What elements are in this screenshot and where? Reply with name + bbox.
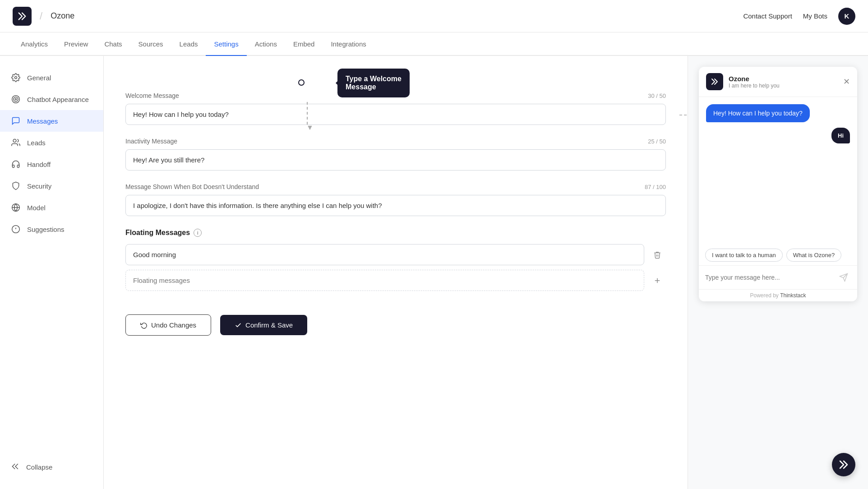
security-icon <box>11 181 21 191</box>
sidebar-item-chatbot-appearance[interactable]: Chatbot Appearance <box>0 88 103 110</box>
logo-icon[interactable] <box>13 7 32 26</box>
inactivity-message-section: Inactivity Message 25 / 50 <box>125 138 666 171</box>
tooltip-text: Type a WelcomeMessage <box>346 75 402 91</box>
tab-sources[interactable]: Sources <box>130 32 171 56</box>
sidebar-item-general[interactable]: General <box>0 67 103 88</box>
floating-message-input-new[interactable] <box>125 270 644 291</box>
svg-point-1 <box>12 96 20 103</box>
sidebar-item-model[interactable]: Model <box>0 197 103 218</box>
chat-fab-button[interactable] <box>832 453 855 476</box>
sidebar-item-handoff[interactable]: Handoff <box>0 153 103 175</box>
svg-point-4 <box>13 139 16 143</box>
chat-user-message: Hi <box>831 128 850 143</box>
tab-chats[interactable]: Chats <box>96 32 130 56</box>
dashed-connector-line: ▶ <box>679 115 688 115</box>
suggestion-chip-2[interactable]: What is Ozone? <box>786 249 842 262</box>
chat-send-button[interactable] <box>836 270 851 285</box>
sidebar-handoff-label: Handoff <box>27 161 51 168</box>
header: / Ozone Contact Support My Bots K <box>0 0 868 32</box>
chat-suggestions-area: I want to talk to a human What is Ozone? <box>699 245 857 265</box>
tab-integrations[interactable]: Integrations <box>323 32 374 56</box>
sidebar-security-label: Security <box>27 182 51 190</box>
floating-messages-section: Floating Messages i <box>125 229 666 291</box>
leads-icon <box>11 138 21 148</box>
sidebar-bottom: Collapse <box>0 456 103 478</box>
sidebar-item-leads[interactable]: Leads <box>0 132 103 153</box>
chat-bot-subtitle: I am here to help you <box>729 83 780 89</box>
welcome-input-wrapper: ▶ <box>125 104 666 125</box>
tab-embed[interactable]: Embed <box>285 32 323 56</box>
chat-powered-by: Powered by Thinkstack <box>699 289 857 301</box>
header-right: Contact Support My Bots K <box>743 8 855 25</box>
sidebar-leads-label: Leads <box>27 139 46 147</box>
chat-bot-avatar <box>706 73 723 90</box>
user-avatar[interactable]: K <box>838 8 855 25</box>
gear-icon <box>11 73 21 83</box>
welcome-message-input[interactable] <box>125 104 666 125</box>
confirm-save-button[interactable]: Confirm & Save <box>220 315 307 335</box>
inactivity-message-label: Inactivity Message <box>125 138 177 145</box>
contact-support-link[interactable]: Contact Support <box>743 12 792 20</box>
undo-changes-label: Undo Changes <box>151 321 196 329</box>
sidebar-collapse-btn[interactable]: Collapse <box>0 456 103 478</box>
suggestions-icon <box>11 224 21 234</box>
chat-message-input[interactable] <box>705 274 833 281</box>
bot-no-understand-label: Message Shown When Bot Doesn't Understan… <box>125 183 259 190</box>
floating-messages-title: Floating Messages i <box>125 229 666 237</box>
tab-actions[interactable]: Actions <box>247 32 285 56</box>
action-bar: Undo Changes Confirm & Save <box>125 304 666 339</box>
sidebar-item-messages[interactable]: Messages <box>0 110 103 132</box>
app-name: Ozone <box>51 11 74 21</box>
inactivity-message-count: 25 / 50 <box>648 138 666 145</box>
breadcrumb-slash: / <box>40 10 42 22</box>
bot-no-understand-input[interactable] <box>125 195 666 216</box>
floating-message-add-btn[interactable] <box>649 272 666 289</box>
sidebar-general-label: General <box>27 74 51 82</box>
sidebar-suggestions-label: Suggestions <box>27 226 65 233</box>
floating-messages-info-icon[interactable]: i <box>194 229 202 237</box>
sidebar-item-suggestions[interactable]: Suggestions <box>0 218 103 240</box>
floating-message-input-1[interactable] <box>125 244 644 265</box>
chat-header-info: Ozone I am here to help you <box>706 73 780 90</box>
svg-point-3 <box>15 98 16 100</box>
chat-bot-message: Hey! How can I help you today? <box>706 104 810 122</box>
tab-leads[interactable]: Leads <box>171 32 206 56</box>
confirm-save-label: Confirm & Save <box>245 321 293 329</box>
chat-messages-area: Hey! How can I help you today? Hi <box>699 97 857 245</box>
chat-input-row <box>699 265 857 289</box>
bot-no-understand-header: Message Shown When Bot Doesn't Understan… <box>125 183 666 190</box>
chat-powered-brand: Thinkstack <box>780 292 806 299</box>
sidebar-item-security[interactable]: Security <box>0 175 103 197</box>
tab-bar: Analytics Preview Chats Sources Leads Se… <box>0 32 868 56</box>
chat-preview-panel: Ozone I am here to help you ✕ Hey! How c… <box>688 56 868 489</box>
collapse-icon <box>11 462 20 472</box>
inactivity-message-input[interactable] <box>125 149 666 171</box>
chat-bot-info: Ozone I am here to help you <box>729 75 780 89</box>
sidebar-messages-label: Messages <box>27 117 58 125</box>
sidebar: General Chatbot Appearance Messages <box>0 56 104 489</box>
my-bots-link[interactable]: My Bots <box>803 12 827 20</box>
svg-point-0 <box>15 77 17 79</box>
svg-point-2 <box>14 97 18 101</box>
handoff-icon <box>11 159 21 169</box>
messages-icon <box>11 116 21 126</box>
collapse-label: Collapse <box>26 463 52 471</box>
tab-analytics[interactable]: Analytics <box>13 32 56 56</box>
tooltip-box: Type a WelcomeMessage <box>337 69 410 97</box>
sidebar-model-label: Model <box>27 204 46 212</box>
floating-message-delete-btn[interactable] <box>649 246 666 263</box>
floating-message-row-1 <box>125 244 666 265</box>
chat-bot-name: Ozone <box>729 75 780 83</box>
chat-window: Ozone I am here to help you ✕ Hey! How c… <box>699 67 857 301</box>
inactivity-message-header: Inactivity Message 25 / 50 <box>125 138 666 145</box>
tab-preview[interactable]: Preview <box>56 32 96 56</box>
tab-settings[interactable]: Settings <box>206 32 246 56</box>
header-left: / Ozone <box>13 7 74 26</box>
content-area: Type a WelcomeMessage Welcome Message 30… <box>104 56 688 489</box>
model-icon <box>11 203 21 212</box>
welcome-message-count: 30 / 50 <box>648 92 666 99</box>
chat-close-button[interactable]: ✕ <box>843 77 850 87</box>
suggestion-chip-1[interactable]: I want to talk to a human <box>705 249 783 262</box>
appearance-icon <box>11 94 21 104</box>
undo-changes-button[interactable]: Undo Changes <box>125 314 211 336</box>
